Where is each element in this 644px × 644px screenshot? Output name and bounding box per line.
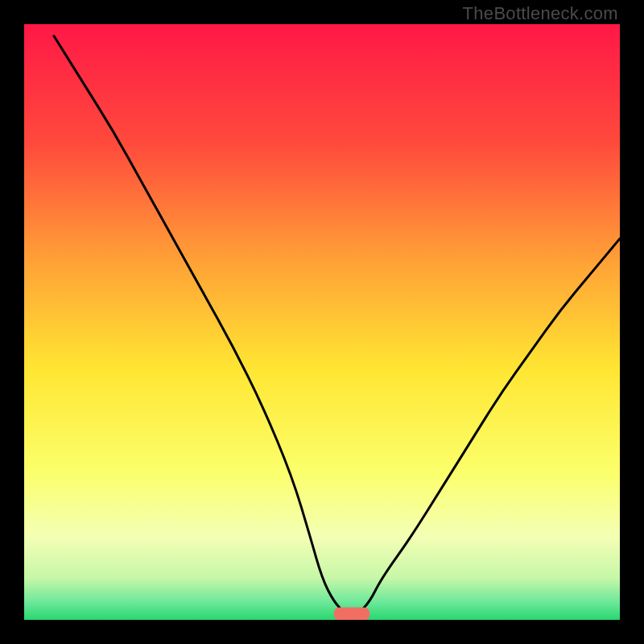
bottleneck-plot [24, 24, 620, 620]
gradient-background [24, 24, 620, 620]
watermark-text: TheBottleneck.com [463, 3, 618, 24]
optimal-marker [334, 608, 369, 621]
chart-frame [24, 24, 620, 620]
